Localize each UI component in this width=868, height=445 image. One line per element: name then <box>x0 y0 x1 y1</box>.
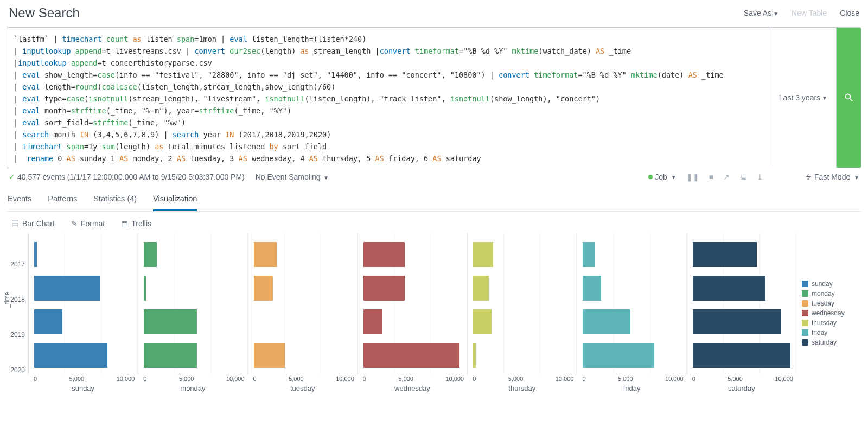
panel-title: friday <box>577 384 686 392</box>
x-tick-label: 10,000 <box>226 376 245 382</box>
format-button[interactable]: ✎Format <box>71 219 105 228</box>
bar[interactable] <box>473 242 493 267</box>
bar[interactable] <box>473 276 489 301</box>
trellis-panel: 05,00010,000monday <box>138 233 247 392</box>
bar[interactable] <box>363 242 405 267</box>
panel-title: sunday <box>28 384 138 392</box>
bar[interactable] <box>34 343 107 368</box>
pause-icon[interactable]: ❚❚ <box>686 173 699 181</box>
legend: sundaymondaytuesdaywednesdaythursdayfrid… <box>796 233 861 392</box>
events-count: ✓40,577 events (1/1/17 12:00:00.000 AM t… <box>9 173 245 181</box>
chart-type-picker[interactable]: ☰Bar Chart <box>12 219 55 228</box>
page-title: New Search <box>9 5 80 21</box>
print-icon[interactable]: 🖶 <box>739 173 747 181</box>
bar[interactable] <box>583 309 630 334</box>
legend-item[interactable]: wednesday <box>802 309 861 317</box>
bar[interactable] <box>473 309 492 334</box>
bar[interactable] <box>34 276 100 301</box>
bar-chart-icon: ☰ <box>12 219 19 228</box>
x-tick-label: 0 <box>253 376 257 382</box>
bar[interactable] <box>693 343 790 368</box>
search-icon <box>844 92 854 103</box>
bar[interactable] <box>583 276 601 301</box>
bar[interactable] <box>254 276 273 301</box>
y-tick-label: 2019 <box>10 331 25 339</box>
bar[interactable] <box>693 309 781 334</box>
legend-item[interactable]: thursday <box>802 319 861 327</box>
x-tick-label: 0 <box>473 376 476 382</box>
legend-swatch <box>802 310 808 316</box>
legend-label: friday <box>812 329 827 336</box>
bar[interactable] <box>144 276 145 301</box>
legend-item[interactable]: sunday <box>802 280 861 288</box>
legend-swatch <box>802 300 808 307</box>
stop-icon[interactable]: ■ <box>709 173 713 181</box>
legend-item[interactable]: monday <box>802 290 861 297</box>
bar[interactable] <box>254 343 285 368</box>
legend-swatch <box>802 281 808 287</box>
bar[interactable] <box>693 276 766 301</box>
x-tick-label: 0 <box>692 376 695 382</box>
y-tick-label: 2018 <box>10 296 25 303</box>
x-tick-label: 5,000 <box>289 376 304 382</box>
bar[interactable] <box>34 242 37 267</box>
bar[interactable] <box>144 309 197 334</box>
tab-events[interactable]: Events <box>8 189 31 211</box>
tab-statistics[interactable]: Statistics (4) <box>93 189 137 211</box>
legend-item[interactable]: saturday <box>802 339 861 346</box>
tab-visualization[interactable]: Visualization <box>153 189 197 211</box>
x-tick-label: 0 <box>363 376 366 382</box>
bar[interactable] <box>693 242 757 267</box>
bar[interactable] <box>254 242 277 267</box>
bar[interactable] <box>583 242 595 267</box>
x-tick-label: 10,000 <box>445 376 464 382</box>
trellis-panels: 05,00010,000sunday05,00010,000monday05,0… <box>28 233 796 392</box>
chart: _time 2017201820192020 05,00010,000sunda… <box>7 233 861 392</box>
panel-title: wednesday <box>358 384 467 392</box>
share-icon[interactable]: ↗ <box>723 173 730 181</box>
bar[interactable] <box>473 343 476 368</box>
run-search-button[interactable] <box>836 28 861 168</box>
legend-swatch <box>802 320 808 326</box>
export-icon[interactable]: ⤓ <box>757 173 763 181</box>
bar[interactable] <box>363 276 405 301</box>
trellis-panel: 05,00010,000friday <box>577 233 686 392</box>
x-tick-label: 10,000 <box>117 376 135 382</box>
trellis-panel: 05,00010,000thursday <box>467 233 577 392</box>
trellis-panel: 05,00010,000tuesday <box>248 233 358 392</box>
x-tick-label: 10,000 <box>775 376 793 382</box>
bar[interactable] <box>583 343 654 368</box>
bar[interactable] <box>363 309 382 334</box>
bar[interactable] <box>34 309 62 334</box>
legend-label: tuesday <box>812 300 834 307</box>
save-as-menu[interactable]: Save As▼ <box>744 9 778 17</box>
x-tick-label: 5,000 <box>69 376 85 382</box>
legend-item[interactable]: friday <box>802 329 861 336</box>
legend-label: thursday <box>812 319 837 327</box>
event-sampling-menu[interactable]: No Event Sampling ▼ <box>256 173 329 181</box>
close-button[interactable]: Close <box>840 9 859 17</box>
y-tick-label: 2020 <box>10 366 25 374</box>
time-range-picker[interactable]: Last 3 years▼ <box>770 28 836 168</box>
x-tick-label: 10,000 <box>665 376 684 382</box>
trellis-button[interactable]: ▤Trellis <box>121 219 151 228</box>
legend-item[interactable]: tuesday <box>802 300 861 307</box>
job-menu[interactable]: Job▼ <box>648 173 676 181</box>
y-tick-label: 2017 <box>10 260 25 268</box>
legend-label: sunday <box>812 280 833 288</box>
search-mode-menu[interactable]: ⭍ Fast Mode ▼ <box>805 173 859 181</box>
viz-toolbar: ☰Bar Chart ✎Format ▤Trellis <box>7 212 861 233</box>
grid-icon: ▤ <box>121 219 128 228</box>
trellis-panel: 05,00010,000wednesday <box>358 233 467 392</box>
bar[interactable] <box>144 242 157 267</box>
panel-title: thursday <box>467 384 577 392</box>
tab-patterns[interactable]: Patterns <box>48 189 77 211</box>
legend-label: wednesday <box>812 309 845 317</box>
search-input[interactable]: `lastfm` | timechart count as listen spa… <box>7 28 770 168</box>
x-tick-label: 0 <box>34 376 37 382</box>
bar[interactable] <box>363 343 459 368</box>
legend-swatch <box>802 339 808 346</box>
x-tick-label: 5,000 <box>398 376 413 382</box>
x-tick-label: 0 <box>143 376 146 382</box>
bar[interactable] <box>144 343 197 368</box>
